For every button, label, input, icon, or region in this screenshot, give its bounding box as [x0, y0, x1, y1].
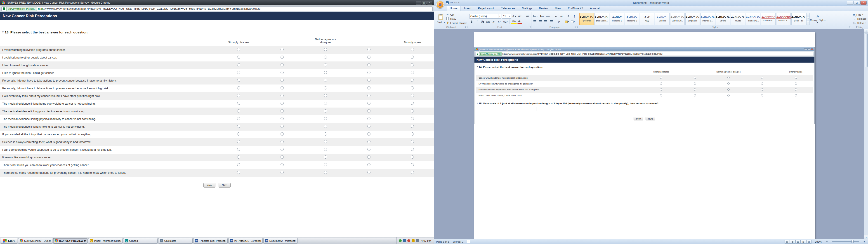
- radio-button[interactable]: [324, 117, 327, 120]
- ribbon-tab-page-layout[interactable]: Page Layout: [475, 6, 497, 11]
- line-spacing-button[interactable]: ↕▾: [557, 20, 561, 24]
- radio-button[interactable]: [660, 77, 662, 79]
- prev-button[interactable]: Prev: [633, 117, 643, 120]
- radio-button[interactable]: [411, 56, 414, 59]
- radio-button[interactable]: [281, 117, 284, 120]
- radio-button[interactable]: [237, 94, 240, 97]
- shrink-font-button[interactable]: A▼: [518, 14, 523, 19]
- numbering-button[interactable]: ▾: [539, 14, 545, 19]
- style-chip[interactable]: AaBbCcDc¶No Spaci...: [594, 13, 609, 25]
- radio-button[interactable]: [281, 148, 284, 151]
- radio-button[interactable]: [761, 77, 763, 79]
- web-layout-view-button[interactable]: ▥: [796, 240, 801, 244]
- radio-button[interactable]: [367, 171, 370, 174]
- grow-font-button[interactable]: A▲: [512, 14, 517, 19]
- minimize-button[interactable]: ‒: [847, 1, 853, 5]
- radio-button[interactable]: [411, 48, 414, 51]
- radio-button[interactable]: [411, 117, 414, 120]
- radio-button[interactable]: [281, 48, 284, 51]
- radio-button[interactable]: [694, 88, 696, 91]
- tray-icon[interactable]: [416, 239, 419, 242]
- radio-button[interactable]: [367, 63, 370, 66]
- style-chip[interactable]: AaBbCcDcBook Title: [792, 13, 806, 25]
- radio-button[interactable]: [367, 56, 370, 59]
- radio-button[interactable]: [237, 102, 240, 105]
- ribbon-tab-mailings[interactable]: Mailings: [519, 6, 535, 11]
- radio-button[interactable]: [367, 140, 370, 143]
- zoom-out-button[interactable]: −: [825, 240, 829, 243]
- radio-button[interactable]: [761, 88, 763, 91]
- radio-button[interactable]: [411, 102, 414, 105]
- multilevel-list-button[interactable]: ▾: [545, 14, 551, 19]
- dialog-launcher-icon[interactable]: [529, 26, 531, 28]
- scroll-up-icon[interactable]: ▲: [864, 29, 868, 33]
- radio-button[interactable]: [411, 171, 414, 174]
- radio-button[interactable]: [237, 132, 240, 135]
- style-chip[interactable]: AaBbCcDcIntense Q...: [746, 13, 761, 25]
- ribbon-tab-acrobat[interactable]: Acrobat: [587, 6, 603, 11]
- radio-button[interactable]: [281, 132, 284, 135]
- style-chip[interactable]: AaBbCcDcEmphasis: [685, 13, 700, 25]
- radio-button[interactable]: [237, 163, 240, 166]
- office-button[interactable]: [436, 1, 444, 8]
- radio-button[interactable]: [281, 109, 284, 113]
- taskbar-item[interactable]: CClinseq: [123, 238, 158, 244]
- radio-button[interactable]: [411, 63, 414, 66]
- clear-formatting-button[interactable]: Aa: [525, 14, 530, 19]
- outline-view-button[interactable]: ▧: [801, 240, 806, 244]
- style-chip[interactable]: AaBbCcDcStrong: [716, 13, 730, 25]
- decrease-indent-button[interactable]: ⇤: [554, 14, 558, 19]
- justify-button[interactable]: [549, 20, 554, 24]
- tray-icon[interactable]: [412, 239, 414, 242]
- shading-button[interactable]: ▾: [564, 20, 569, 24]
- replace-button[interactable]: ↔Replace: [853, 17, 866, 20]
- radio-button[interactable]: [237, 79, 240, 82]
- radio-button[interactable]: [411, 163, 414, 166]
- page-indicator[interactable]: Page 5 of 5: [436, 240, 450, 243]
- radio-button[interactable]: [367, 71, 370, 74]
- italic-button[interactable]: I: [475, 20, 479, 24]
- print-layout-view-button[interactable]: ▤: [784, 240, 790, 244]
- radio-button[interactable]: [660, 94, 662, 96]
- tray-icon[interactable]: [399, 239, 402, 242]
- radio-button[interactable]: [367, 148, 370, 151]
- address-bar[interactable]: SurveyMonkey, Inc [US] https://www.surve…: [1, 6, 433, 11]
- radio-button[interactable]: [237, 155, 240, 159]
- change-case-button[interactable]: Aa▾: [502, 20, 508, 24]
- zoom-slider-thumb[interactable]: [851, 240, 854, 243]
- cut-button[interactable]: ✂Cut: [446, 13, 467, 16]
- radio-button[interactable]: [367, 155, 370, 159]
- start-button[interactable]: Start: [1, 238, 18, 244]
- gallery-down-icon[interactable]: ▼: [807, 17, 809, 21]
- radio-button[interactable]: [324, 63, 327, 66]
- radio-button[interactable]: [411, 79, 414, 82]
- radio-button[interactable]: [237, 140, 240, 143]
- tray-icon[interactable]: [407, 239, 410, 242]
- radio-button[interactable]: [367, 132, 370, 135]
- dialog-launcher-icon[interactable]: [849, 26, 851, 28]
- select-button[interactable]: ▷Select ▾: [853, 22, 866, 25]
- radio-button[interactable]: [281, 140, 284, 143]
- radio-button[interactable]: [411, 155, 414, 159]
- style-chip[interactable]: AABBCCDCIntense R...: [776, 13, 791, 25]
- radio-button[interactable]: [281, 163, 284, 166]
- radio-button[interactable]: [411, 71, 414, 74]
- taskbar-item[interactable]: OInbox - Microsoft Outlook: [88, 238, 123, 244]
- align-center-button[interactable]: [538, 20, 543, 24]
- radio-button[interactable]: [411, 140, 414, 143]
- radio-button[interactable]: [324, 79, 327, 82]
- radio-button[interactable]: [411, 94, 414, 97]
- dialog-launcher-icon[interactable]: [576, 26, 578, 28]
- radio-button[interactable]: [281, 63, 284, 66]
- font-color-button[interactable]: A▾: [518, 20, 522, 24]
- radio-button[interactable]: [694, 83, 696, 85]
- dialog-launcher-icon[interactable]: [465, 26, 467, 28]
- radio-button[interactable]: [281, 79, 284, 82]
- radio-button[interactable]: [411, 86, 414, 89]
- ribbon-tab-review[interactable]: Review: [536, 6, 552, 11]
- taskbar-item[interactable]: =Calculator: [158, 238, 193, 244]
- radio-button[interactable]: [694, 94, 696, 96]
- radio-button[interactable]: [281, 56, 284, 59]
- qat-dropdown-icon[interactable]: ▾: [458, 2, 459, 4]
- paste-button[interactable]: Paste ▾: [436, 12, 446, 26]
